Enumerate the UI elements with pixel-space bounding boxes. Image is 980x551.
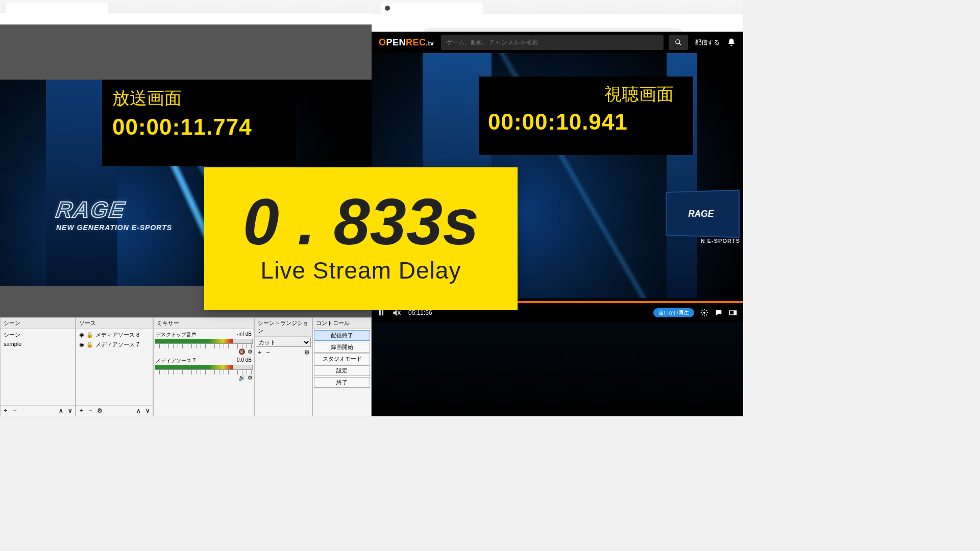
channel-name: メディアソース 7 bbox=[156, 357, 195, 364]
visibility-icon[interactable]: ◉ bbox=[79, 341, 84, 348]
browser-chrome bbox=[372, 0, 743, 32]
lock-icon[interactable]: 🔒 bbox=[86, 332, 93, 338]
scenes-header: シーン bbox=[1, 318, 75, 329]
chat-icon[interactable] bbox=[715, 309, 723, 317]
delay-card: 0 . 833s Live Stream Delay bbox=[204, 167, 518, 310]
transition-header: シーントランジション bbox=[255, 318, 312, 337]
remove-icon[interactable]: − bbox=[264, 348, 272, 357]
scene-item[interactable]: sample bbox=[2, 340, 74, 348]
gear-icon[interactable]: ⚙ bbox=[248, 348, 253, 355]
down-icon[interactable]: ∨ bbox=[143, 407, 152, 415]
stage-subtitle: NEW GENERATION E-SPORTS bbox=[56, 223, 172, 232]
brand-o: O bbox=[379, 37, 386, 47]
svg-point-0 bbox=[676, 40, 680, 44]
source-item[interactable]: ◉🔒メディアソース 7 bbox=[77, 340, 152, 349]
source-item[interactable]: ◉🔒メディアソース 8 bbox=[77, 330, 152, 340]
delay-value: 0 . 833s bbox=[243, 189, 479, 255]
controls-buttons: 配信終了 録画開始 スタジオモード 設定 終了 bbox=[313, 329, 371, 389]
studio-mode-button[interactable]: スタジオモード bbox=[314, 354, 370, 364]
exit-button[interactable]: 終了 bbox=[314, 377, 370, 388]
add-icon[interactable]: + bbox=[77, 407, 85, 415]
stage-subtitle: N E-SPORTS bbox=[701, 238, 740, 244]
sources-header: ソース bbox=[76, 318, 153, 329]
channel-name: デスクトップ音声 bbox=[156, 331, 197, 338]
viewer-overlay: 視聴画面 00:00:10.941 bbox=[479, 77, 693, 155]
visibility-icon[interactable]: ◉ bbox=[79, 332, 84, 338]
mixer-body: デスクトップ音声-inf dB 🔇⚙ メディアソース 70.0 dB 🔊⚙ bbox=[154, 329, 254, 416]
viewer-timer: 00:00:10.941 bbox=[488, 109, 684, 135]
pause-icon[interactable] bbox=[378, 309, 385, 316]
header-right: 配信する bbox=[695, 38, 736, 47]
below-player-area bbox=[372, 322, 743, 416]
mixer-channel: デスクトップ音声-inf dB 🔇⚙ bbox=[155, 330, 253, 356]
brand-tv: .tv bbox=[426, 40, 434, 47]
svg-rect-8 bbox=[733, 311, 736, 315]
gear-icon[interactable]: ⚙ bbox=[303, 348, 311, 357]
search-button[interactable] bbox=[669, 35, 688, 50]
lock-icon[interactable]: 🔒 bbox=[86, 341, 93, 348]
sources-list[interactable]: ◉🔒メディアソース 8 ◉🔒メディアソース 7 bbox=[76, 329, 153, 405]
brand-logo[interactable]: OPENREC.tv bbox=[379, 37, 434, 48]
up-icon[interactable]: ∧ bbox=[57, 407, 65, 415]
search-icon bbox=[675, 39, 682, 46]
browser-tab[interactable] bbox=[381, 3, 483, 14]
remove-icon[interactable]: − bbox=[86, 407, 94, 415]
channel-level: 0.0 dB bbox=[237, 357, 252, 364]
remove-icon[interactable]: − bbox=[11, 407, 19, 415]
bell-icon[interactable] bbox=[727, 38, 736, 47]
svg-line-1 bbox=[679, 43, 681, 45]
broadcast-overlay: 放送画面 00:00:11.774 bbox=[102, 80, 296, 166]
controls-panel: コントロール 配信終了 録画開始 スタジオモード 設定 終了 bbox=[312, 317, 372, 416]
stage-mini-screen: RAGE bbox=[666, 190, 740, 238]
transition-panel: シーントランジション カット +− ⚙ bbox=[254, 317, 312, 416]
volume-ticks bbox=[155, 370, 253, 374]
source-label: メディアソース 8 bbox=[95, 331, 139, 339]
add-icon[interactable]: + bbox=[256, 348, 264, 357]
viewer-label: 視聴画面 bbox=[488, 83, 684, 106]
volume-meter bbox=[155, 365, 253, 370]
scene-item[interactable]: シーン bbox=[2, 330, 74, 340]
brand-pen: PEN bbox=[386, 37, 406, 47]
stage-logo-text: RAGE bbox=[54, 197, 127, 222]
transition-body: カット +− ⚙ bbox=[255, 337, 312, 416]
scenes-list[interactable]: シーン sample bbox=[1, 329, 75, 405]
gear-icon[interactable]: ⚙ bbox=[248, 374, 253, 381]
sources-panel: ソース ◉🔒メディアソース 8 ◉🔒メディアソース 7 + − ⚙ ∧ ∨ bbox=[76, 317, 153, 416]
svg-rect-2 bbox=[379, 310, 381, 316]
channel-level: -inf dB bbox=[237, 331, 252, 338]
favicon-icon bbox=[385, 6, 390, 11]
scenes-panel: シーン シーン sample + − ∧ ∨ bbox=[0, 317, 76, 416]
scenes-toolbar: + − ∧ ∨ bbox=[1, 405, 75, 416]
transition-select[interactable]: カット bbox=[256, 338, 311, 347]
theater-icon[interactable] bbox=[729, 309, 737, 317]
controls-header: コントロール bbox=[313, 318, 371, 329]
player-time: 05:11:56 bbox=[408, 309, 432, 316]
brand-rec: REC bbox=[406, 37, 426, 47]
chase-play-badge[interactable]: 追いかけ再生 bbox=[653, 308, 694, 317]
up-icon[interactable]: ∧ bbox=[134, 407, 142, 415]
stream-link[interactable]: 配信する bbox=[695, 38, 720, 47]
gear-icon[interactable] bbox=[700, 309, 708, 317]
svg-point-6 bbox=[703, 312, 705, 314]
speaker-icon[interactable]: 🔊 bbox=[238, 374, 246, 381]
gear-icon[interactable]: ⚙ bbox=[95, 407, 104, 415]
broadcast-label: 放送画面 bbox=[112, 87, 286, 110]
mixer-channel: メディアソース 70.0 dB 🔊⚙ bbox=[155, 356, 253, 382]
mixer-panel: ミキサー デスクトップ音声-inf dB 🔇⚙ メディアソース 70.0 dB … bbox=[153, 317, 254, 416]
down-icon[interactable]: ∨ bbox=[66, 407, 74, 415]
obs-panels: シーン シーン sample + − ∧ ∨ ソース ◉🔒メディアソース 8 ◉… bbox=[0, 317, 372, 416]
broadcast-timer: 00:00:11.774 bbox=[112, 114, 286, 140]
settings-button[interactable]: 設定 bbox=[314, 365, 370, 376]
site-header: OPENREC.tv 配信する bbox=[372, 32, 743, 53]
search-input[interactable] bbox=[446, 39, 658, 46]
stop-stream-button[interactable]: 配信終了 bbox=[314, 330, 370, 341]
volume-ticks bbox=[155, 344, 253, 348]
window-tab[interactable] bbox=[6, 3, 108, 13]
player-right-controls: 追いかけ再生 bbox=[653, 308, 737, 317]
start-record-button[interactable]: 録画開始 bbox=[314, 342, 370, 353]
delay-label: Live Stream Delay bbox=[261, 257, 461, 284]
svg-rect-3 bbox=[382, 310, 383, 316]
add-icon[interactable]: + bbox=[2, 407, 10, 415]
search-box[interactable] bbox=[441, 35, 664, 50]
mute-icon[interactable]: 🔇 bbox=[238, 348, 246, 355]
